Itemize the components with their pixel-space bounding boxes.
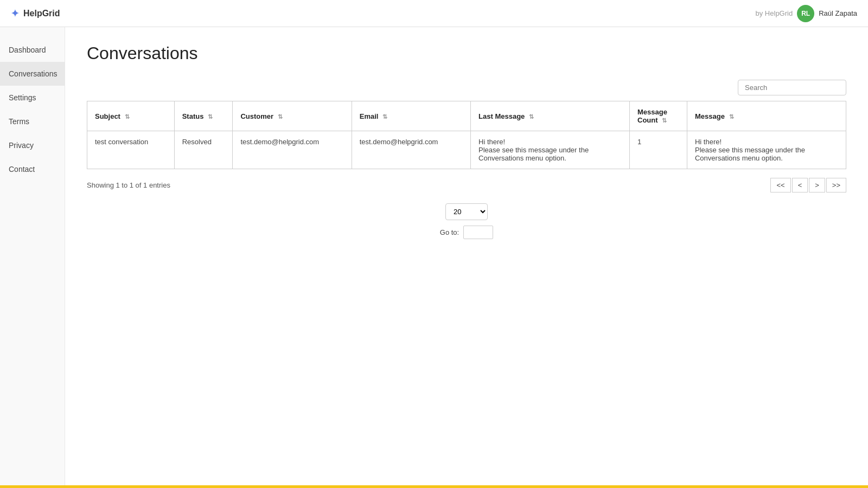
- showing-text: Showing 1 to 1 of 1 entries: [87, 181, 170, 189]
- next-page-button[interactable]: >: [809, 178, 825, 192]
- page-title: Conversations: [87, 43, 846, 63]
- user-info: by HelpGrid RL Raúl Zapata: [756, 5, 857, 22]
- sort-icon-last-message[interactable]: ⇅: [529, 113, 534, 120]
- sidebar-item-dashboard[interactable]: Dashboard: [0, 38, 65, 62]
- pagination-row: Showing 1 to 1 of 1 entries << < > >>: [87, 178, 846, 192]
- cell-email: test.demo@helpgrid.com: [352, 131, 470, 169]
- col-message-count: MessageCount ⇅: [630, 101, 687, 131]
- sidebar-item-contact[interactable]: Contact: [0, 157, 65, 181]
- cell-message-count: 1: [630, 131, 687, 169]
- col-message: Message ⇅: [687, 101, 846, 131]
- sort-icon-email[interactable]: ⇅: [382, 113, 387, 120]
- logo-area: ✦ HelpGrid: [11, 8, 60, 20]
- top-bar: ✦ HelpGrid by HelpGrid RL Raúl Zapata: [0, 0, 868, 27]
- table-header-row: Subject ⇅ Status ⇅ Customer ⇅ Email ⇅: [87, 101, 846, 131]
- cell-status: Resolved: [174, 131, 233, 169]
- cell-subject: test conversation: [87, 131, 175, 169]
- col-status: Status ⇅: [174, 101, 233, 131]
- sort-icon-customer[interactable]: ⇅: [278, 113, 283, 120]
- footer-bar: [0, 485, 868, 488]
- table-row[interactable]: test conversation Resolved test.demo@hel…: [87, 131, 846, 169]
- layout: Dashboard Conversations Settings Terms P…: [0, 27, 868, 485]
- last-page-button[interactable]: >>: [826, 178, 846, 192]
- helpgrid-logo-icon: ✦: [11, 8, 19, 20]
- user-name: Raúl Zapata: [819, 9, 857, 17]
- sort-icon-message-count[interactable]: ⇅: [662, 117, 667, 124]
- cell-message: Hi there!Please see this message under t…: [687, 131, 846, 169]
- search-input[interactable]: [738, 80, 846, 95]
- main-content: Conversations Subject ⇅ Status ⇅ Custome: [65, 27, 868, 485]
- goto-row: Go to:: [440, 226, 493, 239]
- col-customer: Customer ⇅: [233, 101, 352, 131]
- cell-last-message: Hi there!Please see this message under t…: [471, 131, 630, 169]
- col-last-message: Last Message ⇅: [471, 101, 630, 131]
- sidebar-item-settings[interactable]: Settings: [0, 86, 65, 110]
- sidebar-item-terms[interactable]: Terms: [0, 110, 65, 133]
- first-page-button[interactable]: <<: [770, 178, 790, 192]
- sidebar-item-privacy[interactable]: Privacy: [0, 133, 65, 157]
- sort-icon-status[interactable]: ⇅: [208, 113, 213, 120]
- col-email: Email ⇅: [352, 101, 470, 131]
- conversations-table: Subject ⇅ Status ⇅ Customer ⇅ Email ⇅: [87, 101, 846, 169]
- bottom-controls: 10 20 50 100 Go to:: [87, 203, 846, 239]
- prev-page-button[interactable]: <: [792, 178, 808, 192]
- avatar[interactable]: RL: [797, 5, 814, 22]
- col-subject: Subject ⇅: [87, 101, 175, 131]
- cell-customer: test.demo@helpgrid.com: [233, 131, 352, 169]
- goto-label: Go to:: [440, 228, 459, 236]
- per-page-select[interactable]: 10 20 50 100: [445, 203, 488, 220]
- sort-icon-message[interactable]: ⇅: [729, 113, 734, 120]
- logo-text: HelpGrid: [23, 9, 60, 18]
- sidebar: Dashboard Conversations Settings Terms P…: [0, 27, 65, 485]
- search-row: [87, 80, 846, 95]
- sort-icon-subject[interactable]: ⇅: [125, 113, 130, 120]
- pagination-buttons: << < > >>: [770, 178, 846, 192]
- sidebar-item-conversations[interactable]: Conversations: [0, 62, 65, 86]
- goto-input[interactable]: [463, 226, 493, 239]
- by-text: by HelpGrid: [756, 9, 793, 17]
